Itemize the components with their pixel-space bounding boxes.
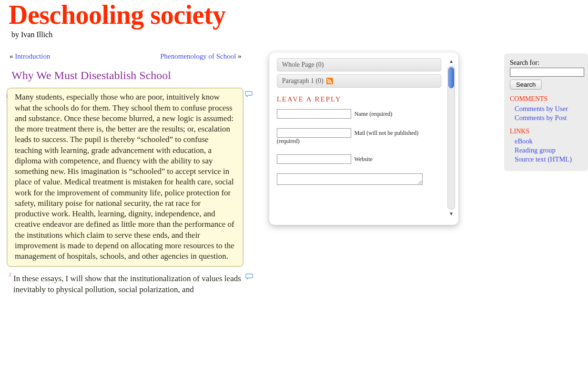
paragraph-block[interactable]: 1 Many students, especially those who ar… <box>7 88 243 267</box>
reply-body-input[interactable] <box>277 173 423 185</box>
page-header: Deschooling society by Ivan Illich <box>0 0 588 43</box>
sidebar-link-comments-by-user[interactable]: Comments by User <box>515 105 583 113</box>
reply-body-row <box>277 173 441 187</box>
paragraph-text: Many students, especially those who are … <box>13 92 238 262</box>
sidebar-link-reading-group[interactable]: Reading group <box>515 146 583 154</box>
paragraph-number: 1 <box>1 93 8 99</box>
sidebar-link-comments-by-post[interactable]: Comments by Post <box>515 114 583 122</box>
reply-name-row: Name (required) <box>277 109 441 119</box>
byline: by Ivan Illich <box>11 30 579 39</box>
reply-mail-input[interactable] <box>277 128 351 138</box>
panel-scrollbar[interactable]: ▲ ▼ <box>447 54 458 221</box>
chapter-nav: « Introduction Phenomenology of School » <box>10 52 242 61</box>
sidebar-link-ebook[interactable]: eBook <box>515 137 583 145</box>
bar-label: Paragraph 1 (0) <box>282 77 324 85</box>
site-title: Deschooling society <box>9 1 579 29</box>
comments-panel-wrap: Whole Page (0) Paragraph 1 (0) LEAVE A R… <box>269 52 458 225</box>
scroll-track[interactable] <box>447 66 455 210</box>
nav-prev-link[interactable]: Introduction <box>15 52 50 60</box>
reply-website-input[interactable] <box>277 154 351 164</box>
nav-next-link[interactable]: Phenomenology of School <box>160 52 236 60</box>
search-label: Search for: <box>510 59 583 67</box>
scroll-up-arrow[interactable]: ▲ <box>449 59 454 64</box>
rss-icon[interactable] <box>326 78 333 84</box>
reply-name-input[interactable] <box>277 109 351 119</box>
article-title: Why We Must Disestablish School <box>11 69 243 82</box>
comments-filter-whole-page[interactable]: Whole Page (0) <box>277 58 441 71</box>
sidebar-section-title: COMMENTS <box>510 95 583 103</box>
bar-label: Whole Page (0) <box>282 61 324 69</box>
comment-icon[interactable] <box>245 274 253 280</box>
search-input[interactable] <box>510 68 584 77</box>
paragraph-block[interactable]: 2 In these essays, I will show that the … <box>7 271 243 295</box>
reply-name-label: Name (required) <box>355 111 393 117</box>
article-column: « Introduction Phenomenology of School »… <box>4 43 248 299</box>
sidebar: Search for: Search COMMENTS Comments by … <box>504 53 588 171</box>
paragraph-number: 2 <box>5 272 11 277</box>
sidebar-section-title: LINKS <box>510 128 583 135</box>
nav-prev-symbol: « <box>10 52 13 60</box>
nav-prev: « Introduction <box>10 52 50 61</box>
comments-filter-paragraph[interactable]: Paragraph 1 (0) <box>277 74 441 88</box>
scroll-thumb[interactable] <box>448 67 454 88</box>
comments-panel: Whole Page (0) Paragraph 1 (0) LEAVE A R… <box>269 52 458 225</box>
scroll-down-arrow[interactable]: ▼ <box>449 212 454 216</box>
nav-next: Phenomenology of School » <box>160 52 241 61</box>
nav-next-symbol: » <box>238 52 242 60</box>
reply-website-row: Website <box>277 154 441 164</box>
sidebar-box: Search for: Search COMMENTS Comments by … <box>504 53 588 171</box>
reply-mail-row: Mail (will not be published) (required) <box>277 128 441 145</box>
comment-icon[interactable] <box>245 91 253 98</box>
sidebar-link-source-text[interactable]: Source text (HTML) <box>515 155 583 163</box>
reply-website-label: Website <box>354 156 372 162</box>
search-button[interactable]: Search <box>510 80 542 90</box>
paragraph-text: In these essays, I will show that the in… <box>13 274 243 295</box>
reply-heading: LEAVE A REPLY <box>277 95 441 103</box>
